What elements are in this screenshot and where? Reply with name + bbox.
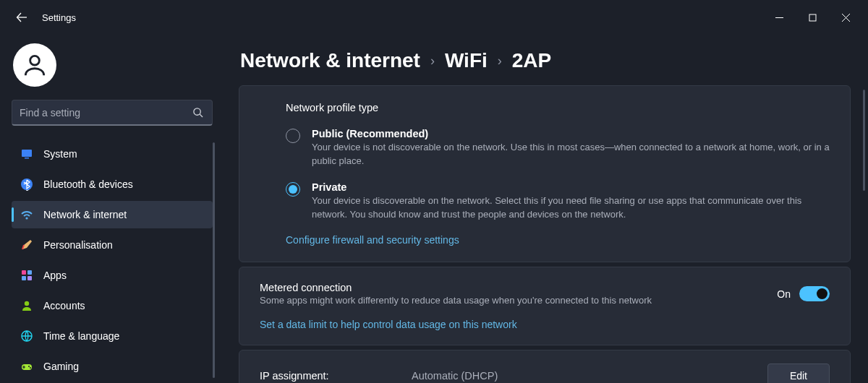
svg-rect-0 [809,14,816,21]
chevron-right-icon: › [498,53,502,69]
profile-radio-private[interactable] [286,182,300,197]
search-input[interactable] [20,107,192,119]
svg-rect-4 [25,158,29,159]
close-button[interactable] [829,6,862,29]
crumb-current: 2AP [512,49,551,72]
crumb-root[interactable]: Network & internet [240,49,420,72]
gamepad-icon [20,360,33,373]
globe-icon [20,330,33,343]
arrow-left-icon [16,12,27,23]
ip-value: Automatic (DHCP) [412,370,767,382]
firewall-link[interactable]: Configure firewall and security settings [286,234,830,246]
bluetooth-icon [20,178,33,191]
sidebar-item-label: Personalisation [43,239,113,251]
maximize-button[interactable] [796,6,829,29]
metered-panel: Metered connection Some apps might work … [239,267,851,345]
apps-icon [20,269,33,282]
svg-point-14 [28,366,30,367]
svg-point-15 [30,367,31,369]
svg-point-2 [194,108,200,115]
radio-desc: Your device is not discoverable on the n… [312,141,830,168]
sidebar-item-brush[interactable]: Personalisation [12,231,213,259]
svg-rect-10 [27,276,32,280]
breadcrumb: Network & internet › WiFi › 2AP [239,49,868,72]
sidebar-item-wifi[interactable]: Network & internet [12,201,213,228]
scrollbar[interactable] [863,90,865,191]
sidebar-item-label: Accounts [43,300,85,311]
svg-rect-9 [22,276,26,280]
titlebar: Settings [0,0,868,35]
chevron-right-icon: › [430,53,435,69]
sidebar-item-label: Gaming [43,361,79,372]
sidebar-item-bluetooth[interactable]: Bluetooth & devices [12,171,213,198]
sidebar-item-label: Bluetooth & devices [43,178,133,190]
sidebar-item-globe[interactable]: Time & language [12,322,213,350]
sidebar-item-person[interactable]: Accounts [12,292,213,319]
metered-toggle[interactable] [799,286,830,301]
svg-rect-8 [27,270,32,275]
nav: SystemBluetooth & devicesNetwork & inter… [12,140,213,380]
metered-desc: Some apps might work differently to redu… [260,295,762,306]
sidebar-item-label: Apps [43,270,67,281]
sidebar-item-label: System [43,148,77,160]
svg-rect-7 [22,270,26,275]
sidebar-item-label: Network & internet [43,209,127,220]
profile-radio-public[interactable] [286,129,300,143]
back-button[interactable] [10,6,33,29]
minimize-button[interactable] [762,6,796,29]
nav-scrollbar[interactable] [213,142,215,378]
svg-point-6 [25,217,27,219]
sidebar-item-label: Time & language [43,330,119,342]
window-controls [762,6,862,29]
metered-title: Metered connection [260,282,762,293]
sidebar: SystemBluetooth & devicesNetwork & inter… [0,35,224,383]
toggle-state-label: On [777,288,791,300]
search-icon [192,107,203,118]
person-icon [21,51,48,79]
main: Network & internet › WiFi › 2AP Network … [224,35,868,383]
sidebar-item-system[interactable]: System [12,140,213,168]
maximize-icon [809,14,817,22]
radio-desc: Your device is discoverable on the netwo… [312,194,830,222]
system-icon [20,147,33,160]
ip-label: IP assignment: [260,370,412,382]
search-box[interactable] [12,100,213,126]
sidebar-item-gamepad[interactable]: Gaming [12,353,213,380]
person-icon [20,299,33,312]
radio-label: Private [312,181,830,193]
brush-icon [20,238,33,251]
crumb-wifi[interactable]: WiFi [445,49,488,72]
edit-button[interactable]: Edit [767,363,830,383]
section-title: Network profile type [286,102,830,113]
wifi-icon [20,208,33,221]
avatar[interactable] [13,43,56,87]
svg-rect-3 [22,150,32,157]
ip-assignment-row: IP assignment: Automatic (DHCP) Edit [239,350,851,383]
close-icon [842,14,850,22]
radio-label: Public (Recommended) [312,128,830,139]
minimize-icon [775,14,783,22]
network-profile-panel: Network profile type Public (Recommended… [239,85,851,262]
sidebar-item-apps[interactable]: Apps [12,262,213,289]
app-title: Settings [42,12,76,23]
svg-point-11 [25,301,29,306]
content-area: Network profile type Public (Recommended… [239,85,868,383]
data-limit-link[interactable]: Set a data limit to help control data us… [260,319,830,330]
svg-point-1 [30,56,40,65]
